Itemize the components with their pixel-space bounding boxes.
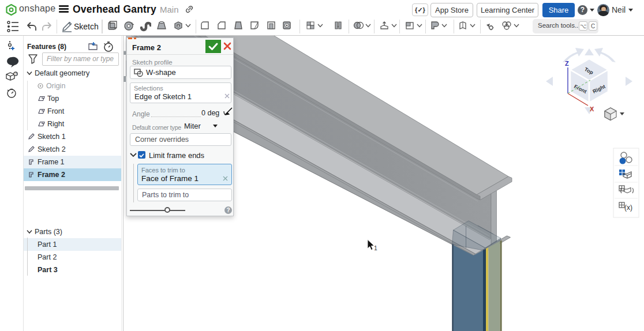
- svg-text:(x): (x): [624, 204, 632, 212]
- svg-text:1: 1: [374, 245, 377, 251]
- svg-text:X: X: [590, 106, 594, 112]
- svg-text:Z: Z: [565, 60, 569, 67]
- svg-text:?: ?: [15, 72, 17, 76]
